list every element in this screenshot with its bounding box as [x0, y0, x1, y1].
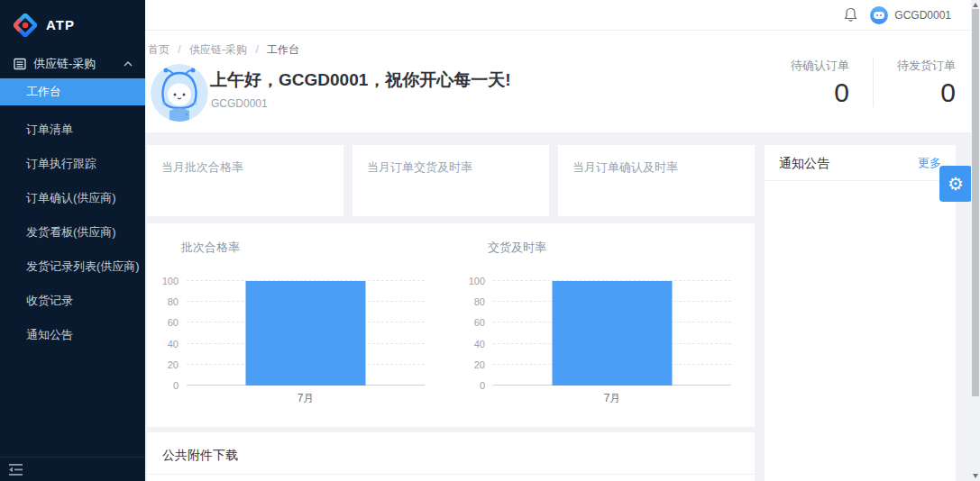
stat-value: 0	[897, 77, 956, 107]
card-title: 当月订单交货及时率	[367, 159, 535, 176]
sidebar-group-supply-chain[interactable]: 供应链-采购	[0, 50, 145, 78]
vertical-scrollbar[interactable]	[971, 0, 980, 481]
card-title: 当月订单确认及时率	[572, 159, 740, 176]
settings-gear-button[interactable]: ⚙	[939, 166, 972, 202]
sidebar-item-label: 订单执行跟踪	[26, 157, 96, 170]
scrollbar-thumb[interactable]	[972, 9, 979, 396]
sidebar-item-order-confirm[interactable]: 订单确认(供应商)	[0, 181, 145, 215]
sidebar-group-label: 供应链-采购	[33, 56, 124, 72]
greeting-avatar	[151, 64, 208, 122]
topbar: GCGD0001	[145, 0, 980, 31]
sidebar: ATP 供应链-采购 工作台 订单清单 订单执行跟踪 订单确认(供应商) 发货看…	[0, 0, 145, 481]
chart-plot: 0204060801007月	[493, 281, 731, 386]
sidebar-item-label: 收货记录	[26, 294, 73, 307]
stat-value: 0	[791, 77, 849, 107]
breadcrumb-item-workbench: 工作台	[267, 43, 299, 56]
breadcrumb-separator: /	[255, 43, 258, 56]
greeting-title: 上午好，GCGD0001，祝你开心每一天!	[210, 68, 511, 92]
menu-group-icon	[14, 58, 26, 70]
notice-header: 通知公告 更多	[765, 145, 956, 181]
scroll-down-arrow-icon[interactable]	[973, 474, 978, 478]
chart-title: 交货及时率	[488, 240, 546, 256]
page-header: 首页 / 供应链-采购 / 工作台 上午好，GCGD0001，祝你开心每一天! …	[145, 31, 980, 132]
sidebar-item-notices[interactable]: 通知公告	[0, 318, 145, 352]
atp-logo-text: ATP	[46, 17, 75, 32]
username: GCGD0001	[894, 9, 951, 22]
caret-up-icon	[124, 61, 133, 67]
stat-pending-confirm-orders[interactable]: 待确认订单 0	[767, 58, 849, 107]
gear-icon: ⚙	[948, 175, 964, 193]
stat-label: 待发货订单	[897, 58, 956, 74]
sidebar-item-label: 订单清单	[26, 123, 73, 136]
sidebar-item-label: 通知公告	[26, 328, 73, 341]
breadcrumb-item-home[interactable]: 首页	[148, 43, 169, 56]
header-stats: 待确认订单 0 待发货订单 0	[767, 58, 956, 107]
breadcrumb-separator: /	[178, 43, 180, 56]
notice-more-link[interactable]: 更多	[918, 144, 941, 182]
notice-title: 通知公告	[779, 144, 918, 182]
sidebar-item-label: 发货记录列表(供应商)	[26, 259, 140, 273]
breadcrumb: 首页 / 供应链-采购 / 工作台	[148, 42, 299, 58]
notification-bell-icon[interactable]	[844, 7, 857, 23]
attachments-title: 公共附件下载	[147, 432, 755, 475]
chart-plot: 0204060801007月	[187, 281, 425, 386]
chart-title: 批次合格率	[181, 240, 240, 256]
menu-fold-icon[interactable]	[9, 464, 23, 476]
sidebar-item-workbench[interactable]: 工作台	[0, 78, 145, 105]
breadcrumb-item-supply-chain: 供应链-采购	[189, 43, 247, 56]
bar-chart-batch-pass-rate: 批次合格率 0204060801007月	[147, 223, 451, 427]
sidebar-item-label: 工作台	[26, 85, 61, 98]
atp-logo-icon	[14, 14, 37, 37]
user-avatar	[870, 6, 888, 24]
main-content: 当月批次合格率 当月订单交货及时率 当月订单确认及时率 批次合格率 020406…	[145, 132, 980, 481]
app-logo[interactable]: ATP	[0, 0, 145, 50]
card-title: 当月批次合格率	[161, 159, 329, 176]
sidebar-item-receiving-records[interactable]: 收货记录	[0, 284, 145, 318]
stat-pending-ship-orders[interactable]: 待发货订单 0	[873, 58, 956, 107]
sidebar-item-shipping-board[interactable]: 发货看板(供应商)	[0, 215, 145, 250]
card-monthly-confirm-ontime-rate: 当月订单确认及时率	[558, 145, 755, 216]
user-menu[interactable]: GCGD0001	[870, 6, 951, 24]
card-monthly-batch-pass-rate: 当月批次合格率	[147, 145, 343, 216]
greeting-subtitle: GCGD0001	[211, 97, 268, 110]
sidebar-item-shipping-records[interactable]: 发货记录列表(供应商)	[0, 250, 145, 284]
charts-card: 批次合格率 0204060801007月 交货及时率 0204060801007…	[147, 223, 755, 427]
sidebar-footer	[0, 457, 145, 481]
notice-panel: 通知公告 更多	[765, 145, 956, 481]
sidebar-item-order-tracking[interactable]: 订单执行跟踪	[0, 147, 145, 181]
public-attachments-card: 公共附件下载	[147, 432, 755, 481]
stat-label: 待确认订单	[791, 58, 849, 74]
bar-chart-delivery-ontime-rate: 交货及时率 0204060801007月	[453, 223, 757, 427]
sidebar-item-label: 订单确认(供应商)	[26, 191, 116, 204]
sidebar-item-order-list[interactable]: 订单清单	[0, 113, 145, 147]
sidebar-item-label: 发货看板(供应商)	[26, 225, 116, 239]
card-monthly-delivery-ontime-rate: 当月订单交货及时率	[353, 145, 549, 216]
scroll-up-arrow-icon[interactable]	[973, 3, 978, 7]
